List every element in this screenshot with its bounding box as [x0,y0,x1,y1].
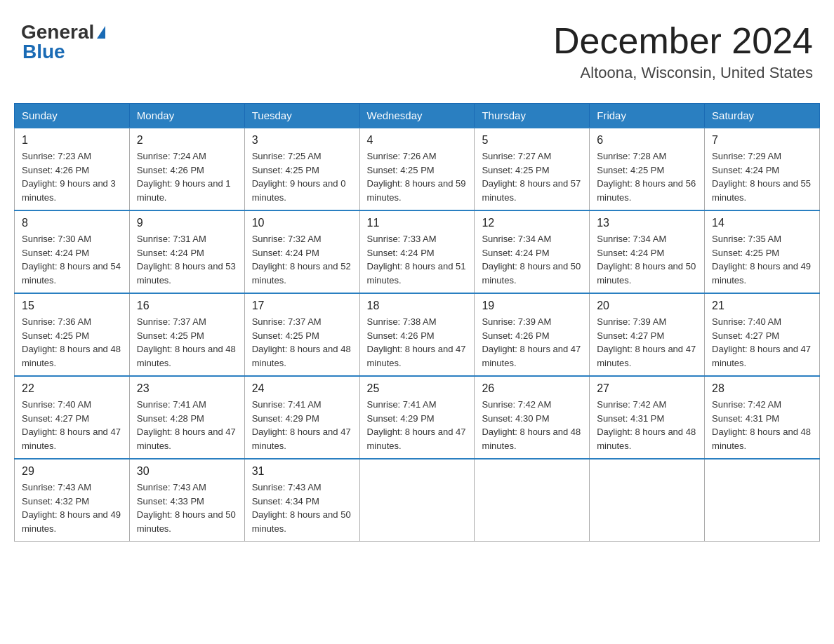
calendar-week-3: 15 Sunrise: 7:36 AMSunset: 4:25 PMDaylig… [15,293,820,376]
day-info: Sunrise: 7:33 AMSunset: 4:24 PMDaylight:… [367,232,468,287]
day-number: 1 [22,134,122,147]
col-header-wednesday: Wednesday [359,104,475,128]
day-number: 11 [367,217,468,229]
day-number: 9 [137,217,237,229]
day-info: Sunrise: 7:43 AMSunset: 4:32 PMDaylight:… [22,481,122,535]
col-header-saturday: Saturday [705,104,820,128]
day-number: 28 [712,382,812,395]
day-number: 10 [252,217,352,229]
col-header-sunday: Sunday [15,104,130,128]
calendar-cell: 31 Sunrise: 7:43 AMSunset: 4:34 PMDaylig… [244,459,359,542]
calendar-cell: 22 Sunrise: 7:40 AMSunset: 4:27 PMDaylig… [15,376,130,459]
day-number: 13 [597,217,697,229]
calendar-cell [705,459,820,542]
day-number: 17 [252,300,352,312]
calendar-week-2: 8 Sunrise: 7:30 AMSunset: 4:24 PMDayligh… [15,210,820,293]
calendar-cell: 6 Sunrise: 7:28 AMSunset: 4:25 PMDayligh… [590,128,705,210]
calendar-cell: 12 Sunrise: 7:34 AMSunset: 4:24 PMDaylig… [475,210,590,293]
day-info: Sunrise: 7:40 AMSunset: 4:27 PMDaylight:… [712,315,812,370]
calendar-table: Sunday Monday Tuesday Wednesday Thursday… [14,103,820,542]
day-number: 6 [597,134,697,147]
day-info: Sunrise: 7:41 AMSunset: 4:29 PMDaylight:… [252,398,352,452]
day-info: Sunrise: 7:24 AMSunset: 4:26 PMDaylight:… [137,149,237,204]
calendar-week-1: 1 Sunrise: 7:23 AMSunset: 4:26 PMDayligh… [15,128,820,210]
calendar-cell: 25 Sunrise: 7:41 AMSunset: 4:29 PMDaylig… [359,376,475,459]
calendar-week-5: 29 Sunrise: 7:43 AMSunset: 4:32 PMDaylig… [15,459,820,542]
day-number: 24 [252,382,352,395]
calendar-cell: 26 Sunrise: 7:42 AMSunset: 4:30 PMDaylig… [475,376,590,459]
month-title: December 2024 [553,21,813,61]
day-info: Sunrise: 7:31 AMSunset: 4:24 PMDaylight:… [137,232,237,287]
calendar-cell: 21 Sunrise: 7:40 AMSunset: 4:27 PMDaylig… [705,293,820,376]
day-number: 14 [712,217,812,229]
calendar-cell [590,459,705,542]
day-info: Sunrise: 7:39 AMSunset: 4:27 PMDaylight:… [597,315,697,370]
calendar-cell: 14 Sunrise: 7:35 AMSunset: 4:25 PMDaylig… [705,210,820,293]
title-area: December 2024 Altoona, Wisconsin, United… [553,21,813,82]
day-number: 7 [712,134,812,147]
calendar-cell: 24 Sunrise: 7:41 AMSunset: 4:29 PMDaylig… [244,376,359,459]
day-info: Sunrise: 7:40 AMSunset: 4:27 PMDaylight:… [22,398,122,452]
calendar-cell: 11 Sunrise: 7:33 AMSunset: 4:24 PMDaylig… [359,210,475,293]
calendar-cell: 2 Sunrise: 7:24 AMSunset: 4:26 PMDayligh… [129,128,244,210]
calendar-cell: 16 Sunrise: 7:37 AMSunset: 4:25 PMDaylig… [129,293,244,376]
calendar-cell: 3 Sunrise: 7:25 AMSunset: 4:25 PMDayligh… [244,128,359,210]
day-info: Sunrise: 7:34 AMSunset: 4:24 PMDaylight:… [482,232,582,287]
calendar-cell [475,459,590,542]
day-number: 23 [137,382,237,395]
day-info: Sunrise: 7:38 AMSunset: 4:26 PMDaylight:… [367,315,468,370]
day-number: 15 [22,300,122,312]
calendar-cell: 1 Sunrise: 7:23 AMSunset: 4:26 PMDayligh… [15,128,130,210]
day-info: Sunrise: 7:36 AMSunset: 4:25 PMDaylight:… [22,315,122,370]
day-info: Sunrise: 7:37 AMSunset: 4:25 PMDaylight:… [252,315,352,370]
day-info: Sunrise: 7:43 AMSunset: 4:33 PMDaylight:… [137,481,237,535]
calendar-cell: 27 Sunrise: 7:42 AMSunset: 4:31 PMDaylig… [590,376,705,459]
day-number: 26 [482,382,582,395]
col-header-friday: Friday [590,104,705,128]
day-info: Sunrise: 7:43 AMSunset: 4:34 PMDaylight:… [252,481,352,535]
day-number: 20 [597,300,697,312]
logo: General Blue [21,21,105,63]
day-info: Sunrise: 7:25 AMSunset: 4:25 PMDaylight:… [252,149,352,204]
day-number: 29 [22,465,122,478]
calendar-cell: 5 Sunrise: 7:27 AMSunset: 4:25 PMDayligh… [475,128,590,210]
day-number: 31 [252,465,352,478]
day-info: Sunrise: 7:41 AMSunset: 4:28 PMDaylight:… [137,398,237,452]
location-title: Altoona, Wisconsin, United States [553,64,813,82]
day-number: 30 [137,465,237,478]
day-number: 4 [367,134,468,147]
day-number: 12 [482,217,582,229]
day-info: Sunrise: 7:30 AMSunset: 4:24 PMDaylight:… [22,232,122,287]
day-info: Sunrise: 7:29 AMSunset: 4:24 PMDaylight:… [712,149,812,204]
day-info: Sunrise: 7:28 AMSunset: 4:25 PMDaylight:… [597,149,697,204]
calendar-cell: 29 Sunrise: 7:43 AMSunset: 4:32 PMDaylig… [15,459,130,542]
calendar-cell: 15 Sunrise: 7:36 AMSunset: 4:25 PMDaylig… [15,293,130,376]
day-info: Sunrise: 7:23 AMSunset: 4:26 PMDaylight:… [22,149,122,204]
calendar-cell [359,459,475,542]
day-info: Sunrise: 7:32 AMSunset: 4:24 PMDaylight:… [252,232,352,287]
day-info: Sunrise: 7:35 AMSunset: 4:25 PMDaylight:… [712,232,812,287]
calendar-week-4: 22 Sunrise: 7:40 AMSunset: 4:27 PMDaylig… [15,376,820,459]
day-number: 3 [252,134,352,147]
col-header-tuesday: Tuesday [244,104,359,128]
day-info: Sunrise: 7:39 AMSunset: 4:26 PMDaylight:… [482,315,582,370]
day-info: Sunrise: 7:42 AMSunset: 4:30 PMDaylight:… [482,398,582,452]
day-number: 5 [482,134,582,147]
day-number: 18 [367,300,468,312]
calendar-header-row: Sunday Monday Tuesday Wednesday Thursday… [15,104,820,128]
calendar-cell: 18 Sunrise: 7:38 AMSunset: 4:26 PMDaylig… [359,293,475,376]
day-info: Sunrise: 7:26 AMSunset: 4:25 PMDaylight:… [367,149,468,204]
day-number: 27 [597,382,697,395]
calendar-cell: 17 Sunrise: 7:37 AMSunset: 4:25 PMDaylig… [244,293,359,376]
day-info: Sunrise: 7:42 AMSunset: 4:31 PMDaylight:… [712,398,812,452]
day-number: 16 [137,300,237,312]
col-header-thursday: Thursday [475,104,590,128]
day-info: Sunrise: 7:42 AMSunset: 4:31 PMDaylight:… [597,398,697,452]
calendar-cell: 4 Sunrise: 7:26 AMSunset: 4:25 PMDayligh… [359,128,475,210]
logo-triangle-icon [97,26,105,39]
calendar-cell: 30 Sunrise: 7:43 AMSunset: 4:33 PMDaylig… [129,459,244,542]
day-number: 2 [137,134,237,147]
calendar-cell: 9 Sunrise: 7:31 AMSunset: 4:24 PMDayligh… [129,210,244,293]
calendar-cell: 10 Sunrise: 7:32 AMSunset: 4:24 PMDaylig… [244,210,359,293]
logo-blue-text: Blue [22,41,65,63]
